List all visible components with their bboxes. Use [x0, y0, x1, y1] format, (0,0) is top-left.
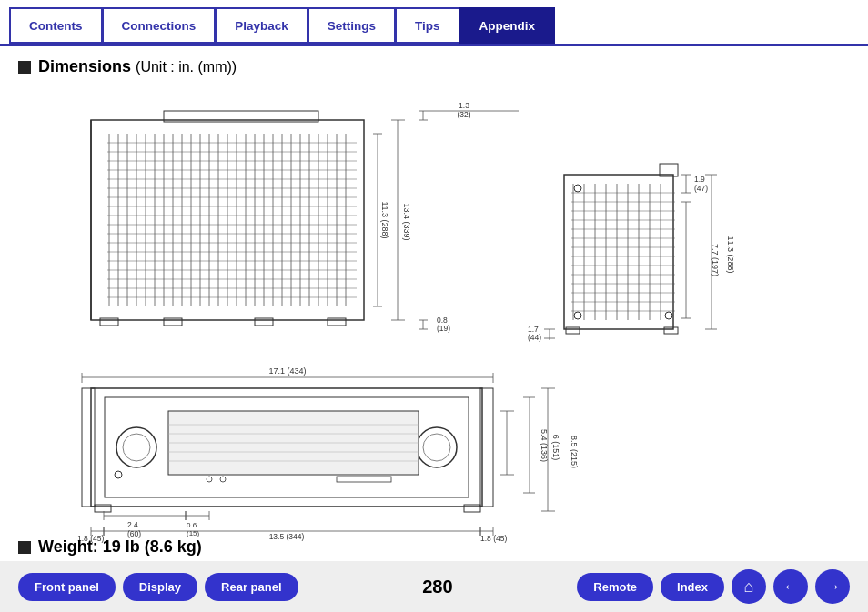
front-diagram-area: 17.1 (434) 5.4 (136) 6 (151) 8.5 (215) 1…: [27, 361, 850, 547]
svg-point-131: [207, 477, 212, 482]
svg-point-96: [665, 312, 672, 319]
svg-point-94: [574, 185, 581, 192]
bottom-navigation: Front panel Display Rear panel 280 Remot…: [0, 561, 868, 612]
svg-rect-134: [95, 505, 111, 512]
home-icon: ⌂: [744, 577, 754, 597]
main-content: Dimensions (Unit : in. (mm)): [0, 46, 868, 573]
svg-rect-70: [564, 175, 673, 329]
dimensions-subtitle: (Unit : in. (mm)): [136, 59, 237, 75]
svg-text:1.8 (45): 1.8 (45): [480, 534, 507, 543]
svg-text:(19): (19): [437, 324, 450, 333]
svg-rect-136: [82, 388, 95, 507]
tab-contents[interactable]: Contents: [9, 7, 103, 44]
forward-button[interactable]: →: [815, 569, 850, 604]
weight-marker: [18, 541, 31, 554]
svg-rect-99: [664, 327, 678, 334]
page-number-text: 280: [422, 577, 452, 597]
dimensions-title: Dimensions: [38, 57, 131, 75]
svg-text:7.7 (197): 7.7 (197): [711, 244, 720, 276]
tab-connections[interactable]: Connections: [102, 7, 217, 44]
tab-tips-label: Tips: [415, 19, 440, 33]
section-title: Dimensions (Unit : in. (mm)): [18, 57, 850, 76]
svg-rect-49: [255, 318, 273, 326]
svg-text:(15): (15): [187, 529, 200, 537]
svg-text:1.9: 1.9: [694, 175, 705, 184]
front-view-diagram: 17.1 (434) 5.4 (136) 6 (151) 8.5 (215) 1…: [27, 361, 855, 543]
index-button[interactable]: Index: [661, 573, 724, 601]
svg-point-121: [123, 434, 150, 461]
bottom-nav-right: Remote Index ⌂ ← →: [577, 569, 850, 604]
nav-tabs: Contents Connections Playback Settings T…: [0, 0, 868, 46]
svg-text:1.3: 1.3: [459, 101, 469, 110]
svg-text:11.3 (288): 11.3 (288): [726, 236, 735, 273]
tab-appendix-label: Appendix: [479, 19, 536, 33]
section-marker: [18, 61, 31, 74]
tab-settings-label: Settings: [328, 19, 376, 33]
front-panel-button[interactable]: Front panel: [18, 573, 116, 601]
svg-rect-47: [100, 318, 118, 326]
svg-point-123: [423, 434, 450, 461]
weight-label: Weight: 19 lb (8.6 kg): [38, 537, 202, 557]
tab-connections-label: Connections: [122, 19, 197, 33]
remote-button[interactable]: Remote: [577, 573, 653, 601]
dimensions-diagram: 11.3 (288) 13.4 (339) 1.3 (32) 0.8 (19): [27, 84, 850, 375]
svg-text:(32): (32): [457, 110, 470, 119]
home-button[interactable]: ⌂: [732, 569, 766, 604]
tab-playback[interactable]: Playback: [215, 7, 308, 44]
svg-text:8.5 (215): 8.5 (215): [570, 436, 579, 468]
display-button[interactable]: Display: [123, 573, 197, 601]
tab-playback-label: Playback: [235, 19, 288, 33]
svg-point-130: [115, 471, 122, 478]
svg-rect-48: [164, 318, 182, 326]
svg-text:11.3 (288): 11.3 (288): [380, 201, 389, 238]
svg-text:2.4: 2.4: [127, 520, 138, 529]
tab-contents-label: Contents: [29, 19, 83, 33]
svg-text:0.6: 0.6: [187, 521, 197, 529]
svg-text:5.4 (136): 5.4 (136): [540, 429, 549, 462]
svg-point-132: [220, 477, 226, 482]
tab-settings[interactable]: Settings: [308, 7, 396, 44]
bottom-nav-left: Front panel Display Rear panel: [18, 573, 298, 601]
svg-rect-50: [328, 318, 346, 326]
dimensions-heading: Dimensions (Unit : in. (mm)): [38, 57, 237, 76]
svg-text:13.5 (344): 13.5 (344): [269, 532, 305, 541]
back-button[interactable]: ←: [773, 569, 808, 604]
svg-text:6 (151): 6 (151): [551, 435, 560, 461]
diagrams-area: 11.3 (288) 13.4 (339) 1.3 (32) 0.8 (19): [27, 84, 850, 375]
tab-appendix[interactable]: Appendix: [459, 7, 556, 44]
back-arrow-icon: ←: [782, 577, 799, 597]
svg-text:13.4 (339): 13.4 (339): [402, 203, 411, 240]
page-number: 280: [422, 577, 452, 597]
tab-tips[interactable]: Tips: [395, 7, 460, 44]
svg-rect-98: [566, 327, 580, 334]
svg-rect-133: [337, 477, 391, 482]
svg-point-95: [574, 312, 581, 319]
svg-text:(47): (47): [694, 184, 708, 193]
svg-text:(44): (44): [528, 333, 541, 342]
rear-panel-button[interactable]: Rear panel: [205, 573, 298, 601]
svg-rect-135: [464, 505, 480, 512]
forward-arrow-icon: →: [824, 577, 841, 597]
